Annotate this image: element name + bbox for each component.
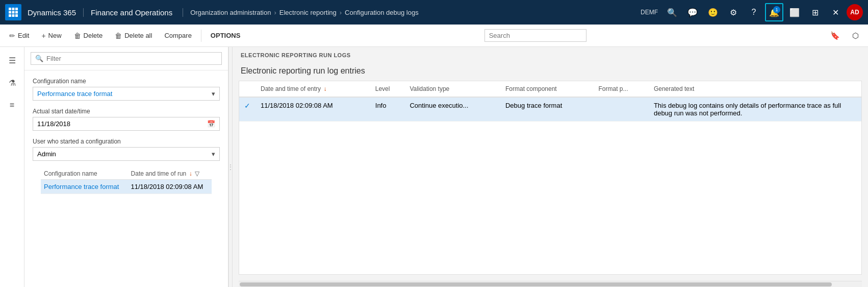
user-group: User who started a configuration Admin ▾ xyxy=(33,138,220,161)
list-nav-icon[interactable]: ≡ xyxy=(3,96,21,114)
user-value: Admin xyxy=(37,150,56,158)
filter-input-wrap: 🔍 xyxy=(31,52,222,65)
breadcrumb-item-1[interactable]: Organization administration xyxy=(190,9,271,16)
filter-nav-icon[interactable]: ⚗ xyxy=(3,74,21,92)
log-row-level: Info xyxy=(370,97,405,122)
cmd-separator xyxy=(201,30,201,42)
calendar-icon[interactable]: 📅 xyxy=(207,120,215,128)
apps-grid-icon[interactable] xyxy=(5,4,21,20)
delete-button[interactable]: 🗑 Delete xyxy=(69,29,108,43)
config-name-group: Configuration name Performance trace for… xyxy=(33,78,220,101)
breadcrumb-sep-1: › xyxy=(274,9,276,16)
left-form: Configuration name Performance trace for… xyxy=(24,70,228,287)
environment-label: DEMF xyxy=(641,9,658,16)
date-filter-icon[interactable]: ▽ xyxy=(195,170,199,177)
log-table-wrap: Date and time of entry ↓ Level Validatio… xyxy=(239,81,862,275)
drag-handle[interactable] xyxy=(228,47,233,287)
new-icon: + xyxy=(41,32,45,40)
start-date-label: Actual start date/time xyxy=(33,108,220,115)
svg-rect-8 xyxy=(15,14,18,17)
office-icon-btn[interactable]: ⬡ xyxy=(847,28,864,43)
config-table-section: Configuration name Date and time of run … xyxy=(33,168,220,280)
user-select[interactable]: Admin ▾ xyxy=(33,147,220,161)
search-icon-btn[interactable]: 🔍 xyxy=(663,3,681,21)
section-header: ELECTRONIC REPORTING RUN LOGS xyxy=(233,47,868,63)
config-table-col-date: Date and time of run ↓ ▽ xyxy=(128,168,212,180)
user-label: User who started a configuration xyxy=(33,138,220,145)
config-name-chevron-icon: ▾ xyxy=(212,90,215,98)
scrollbar-thumb[interactable] xyxy=(240,282,832,286)
settings-icon-btn[interactable]: ⚙ xyxy=(724,3,743,21)
svg-rect-7 xyxy=(12,14,15,17)
config-table-col-name: Configuration name xyxy=(41,168,128,180)
config-row-date: 11/18/2018 02:09:08 AM xyxy=(128,180,212,194)
log-col-format-component: Format component xyxy=(500,81,594,97)
start-date-group: Actual start date/time 11/18/2018 📅 xyxy=(33,108,220,131)
filter-input[interactable] xyxy=(46,55,217,62)
log-col-check xyxy=(239,81,256,97)
section-title: Electronic reporting run log entries xyxy=(233,63,868,81)
compare-button[interactable]: Compare xyxy=(159,29,196,42)
help-icon-btn[interactable]: ? xyxy=(745,3,763,21)
app-name: Dynamics 365 xyxy=(28,8,84,17)
nav-icons: DEMF 🔍 💬 🙂 ⚙ ? 🔔 1 ⬜ ⊞ ✕ AD xyxy=(641,3,863,21)
breadcrumb-item-3: Configuration debug logs xyxy=(345,9,419,16)
svg-rect-3 xyxy=(9,11,11,14)
date-sort-icon: ↓ xyxy=(189,170,192,177)
breadcrumb: Organization administration › Electronic… xyxy=(190,9,641,16)
avatar[interactable]: AD xyxy=(847,4,863,20)
edit-button[interactable]: ✏ Edit xyxy=(4,29,34,43)
horizontal-scrollbar[interactable] xyxy=(239,281,862,287)
svg-rect-2 xyxy=(15,8,18,10)
config-table: Configuration name Date and time of run … xyxy=(41,168,212,194)
close-icon-btn[interactable]: ✕ xyxy=(826,3,845,21)
log-row-generated-text: This debug log contains only details of … xyxy=(649,97,861,122)
cmd-search-input[interactable] xyxy=(484,29,586,42)
svg-rect-4 xyxy=(12,11,15,14)
left-panel: 🔍 Configuration name Performance trace f… xyxy=(24,47,228,287)
delete-icon: 🗑 xyxy=(74,32,81,40)
svg-rect-5 xyxy=(15,11,18,14)
breadcrumb-item-2[interactable]: Electronic reporting xyxy=(279,9,337,16)
config-name-label: Configuration name xyxy=(33,78,220,85)
svg-rect-6 xyxy=(9,14,11,17)
filter-bar: 🔍 xyxy=(24,47,228,70)
sidebar-nav: ☰ ⚗ ≡ xyxy=(0,47,24,287)
cmd-search-wrap xyxy=(484,29,586,42)
log-col-validation: Validation type xyxy=(404,81,500,97)
log-table-body: ✓ 11/18/2018 02:09:08 AM Info Continue e… xyxy=(239,97,861,122)
delete-all-button[interactable]: 🗑 Delete all xyxy=(110,29,157,43)
log-col-format-p: Format p... xyxy=(593,81,648,97)
new-button[interactable]: + New xyxy=(36,29,66,43)
delete-all-icon: 🗑 xyxy=(115,32,122,40)
log-table-row[interactable]: ✓ 11/18/2018 02:09:08 AM Info Continue e… xyxy=(239,97,861,122)
notification-btn[interactable]: 🔔 1 xyxy=(765,3,783,21)
hamburger-menu-icon[interactable]: ☰ xyxy=(3,51,21,69)
expand-icon-btn[interactable]: ⬜ xyxy=(785,3,804,21)
command-bar: ✏ Edit + New 🗑 Delete 🗑 Delete all Compa… xyxy=(0,25,868,47)
edit-icon: ✏ xyxy=(9,32,15,40)
notification-badge: 1 xyxy=(773,6,780,13)
config-name-dropdown[interactable]: Performance trace format ▾ xyxy=(33,87,220,101)
log-row-check: ✓ xyxy=(239,97,256,122)
config-table-body: Performance trace format 11/18/2018 02:0… xyxy=(41,180,212,194)
start-date-value: 11/18/2018 xyxy=(37,120,204,128)
config-row-name[interactable]: Performance trace format xyxy=(41,180,128,194)
log-row-format-component: Debug trace format xyxy=(500,97,594,122)
svg-rect-0 xyxy=(9,8,11,10)
smiley-icon-btn[interactable]: 🙂 xyxy=(704,3,722,21)
config-table-header-row: Configuration name Date and time of run … xyxy=(41,168,212,180)
bookmark-icon-btn[interactable]: 🔖 xyxy=(825,28,845,43)
top-nav: Dynamics 365 Finance and Operations Orga… xyxy=(0,0,868,25)
options-button[interactable]: OPTIONS xyxy=(206,29,246,42)
module-name: Finance and Operations xyxy=(91,8,183,17)
user-chevron-icon: ▾ xyxy=(212,150,215,158)
right-panel: ELECTRONIC REPORTING RUN LOGS Electronic… xyxy=(233,47,868,287)
log-sort-icon: ↓ xyxy=(323,85,326,92)
config-name-value: Performance trace format xyxy=(37,90,112,98)
svg-rect-1 xyxy=(12,8,15,10)
popout-icon-btn[interactable]: ⊞ xyxy=(806,3,824,21)
log-table: Date and time of entry ↓ Level Validatio… xyxy=(239,81,861,122)
chat-icon-btn[interactable]: 💬 xyxy=(683,3,702,21)
config-table-row[interactable]: Performance trace format 11/18/2018 02:0… xyxy=(41,180,212,194)
